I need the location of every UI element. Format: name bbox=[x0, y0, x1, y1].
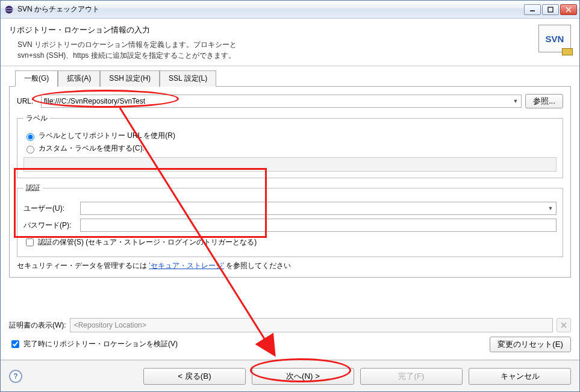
url-label: URL: bbox=[17, 97, 37, 105]
header-title: リポジトリー・ロケーション情報の入力 bbox=[9, 25, 538, 36]
finish-button: 完了(F) bbox=[360, 368, 463, 385]
auth-group: 認証 ユーザー(U): ▼ パスワード(P): 認証の保管(S) (セキュア・ス… bbox=[17, 183, 563, 257]
header-desc-line1: SVN リポジトリーのロケーション情報を定義します。プロキシーと bbox=[17, 39, 538, 50]
maximize-button[interactable] bbox=[542, 4, 559, 15]
password-input[interactable] bbox=[80, 219, 557, 232]
radio-custom-label[interactable] bbox=[27, 146, 34, 154]
svn-logo-icon: SVN bbox=[538, 25, 571, 52]
dialog-header: リポジトリー・ロケーション情報の入力 SVN リポジトリーのロケーション情報を定… bbox=[1, 19, 579, 66]
auth-legend: 認証 bbox=[23, 183, 43, 193]
reset-changes-button[interactable]: 変更のリセット(E) bbox=[490, 337, 571, 352]
tab-ssl[interactable]: SSL 設定(L) bbox=[160, 70, 216, 87]
label-legend: ラベル bbox=[23, 113, 50, 123]
next-button[interactable]: 次へ(N) > bbox=[252, 368, 354, 385]
radio-use-url[interactable] bbox=[27, 133, 34, 141]
tab-extended[interactable]: 拡張(A) bbox=[58, 70, 100, 87]
radio-custom-label-text: カスタム・ラベルを使用する(C): bbox=[39, 143, 145, 154]
user-input[interactable] bbox=[80, 202, 557, 215]
help-icon[interactable]: ? bbox=[9, 370, 22, 383]
cancel-button[interactable]: キャンセル bbox=[469, 368, 571, 385]
titlebar: SVN からチェックアウト bbox=[1, 1, 579, 19]
password-label: パスワード(P): bbox=[23, 220, 76, 231]
button-bar: ? < 戻る(B) 次へ(N) > 完了(F) キャンセル bbox=[1, 360, 579, 391]
tab-ssh[interactable]: SSH 設定(H) bbox=[100, 70, 160, 87]
svg-point-0 bbox=[5, 5, 13, 13]
window-title: SVN からチェックアウト bbox=[17, 4, 524, 14]
browse-button[interactable]: 参照... bbox=[525, 94, 563, 108]
eclipse-icon bbox=[4, 5, 14, 14]
user-label: ユーザー(U): bbox=[23, 204, 76, 214]
chevron-down-icon[interactable]: ▼ bbox=[511, 96, 520, 107]
secure-storage-link[interactable]: 'セキュア・ストレージ' bbox=[149, 261, 224, 270]
validate-checkbox[interactable] bbox=[11, 340, 19, 348]
custom-label-input bbox=[23, 157, 557, 172]
tab-bar: 一般(G) 拡張(A) SSH 設定(H) SSL 設定(L) bbox=[15, 70, 571, 86]
chevron-down-icon[interactable]: ▼ bbox=[546, 203, 555, 214]
header-desc-line2: svn+ssh (SSH)、https 接続に追加設定を指定することができます。 bbox=[17, 50, 538, 61]
url-combo[interactable] bbox=[41, 95, 522, 108]
svg-rect-3 bbox=[548, 7, 553, 12]
save-auth-label: 認証の保管(S) (セキュア・ストレージ・ログインのトリガーとなる) bbox=[38, 237, 257, 247]
cert-label: 証明書の表示(W): bbox=[9, 320, 66, 331]
label-group: ラベル ラベルとしてリポジトリー URL を使用(R) カスタム・ラベルを使用す… bbox=[17, 113, 563, 178]
cert-combo[interactable]: <Repository Location> bbox=[70, 318, 553, 332]
validate-label: 完了時にリポジトリー・ロケーションを検証(V) bbox=[23, 339, 178, 349]
secure-storage-note: セキュリティー・データを管理するには 'セキュア・ストレージ' を参照してくださ… bbox=[17, 261, 563, 271]
close-button[interactable] bbox=[560, 4, 577, 15]
tab-general[interactable]: 一般(G) bbox=[15, 70, 58, 87]
radio-use-url-label: ラベルとしてリポジトリー URL を使用(R) bbox=[39, 131, 175, 141]
minimize-button[interactable] bbox=[524, 4, 541, 15]
cert-clear-button[interactable] bbox=[557, 318, 571, 332]
tab-panel-general: URL: ▼ 参照... ラベル ラベルとしてリポジトリー URL を使用(R)… bbox=[9, 86, 571, 278]
save-auth-checkbox[interactable] bbox=[26, 238, 34, 246]
back-button[interactable]: < 戻る(B) bbox=[143, 368, 246, 385]
